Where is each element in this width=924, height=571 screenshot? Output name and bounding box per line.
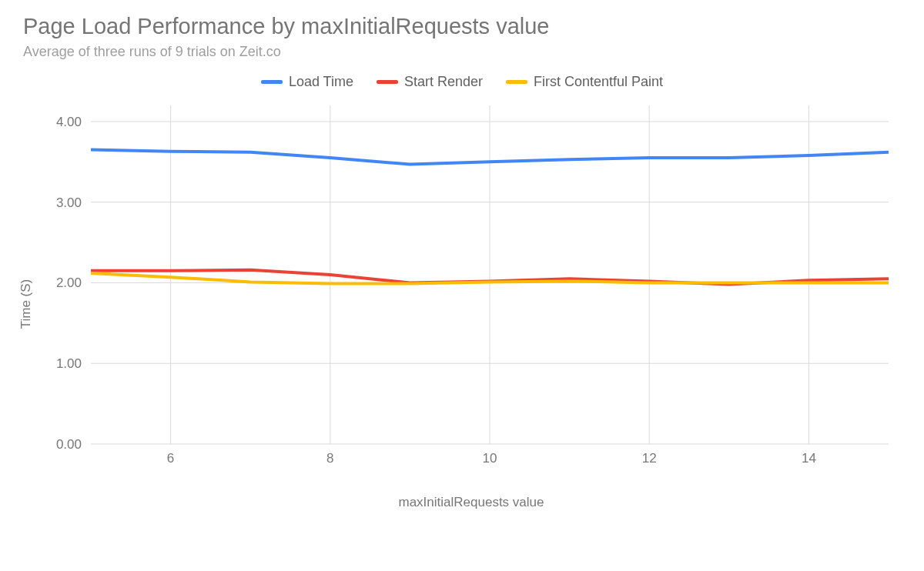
legend-label: First Contentful Paint (534, 74, 663, 90)
svg-text:4.00: 4.00 (56, 115, 82, 129)
svg-text:3.00: 3.00 (56, 195, 82, 210)
legend-item-start-render: Start Render (377, 74, 483, 90)
chart-svg: 0.001.002.003.004.0068101214 (42, 98, 896, 467)
legend-swatch (377, 80, 398, 84)
legend-item-first-contentful-paint: First Contentful Paint (506, 74, 663, 90)
svg-text:14: 14 (802, 451, 816, 466)
legend-swatch (506, 80, 527, 84)
legend: Load Time Start Render First Contentful … (23, 74, 901, 90)
chart-title: Page Load Performance by maxInitialReque… (23, 14, 901, 39)
legend-swatch (261, 80, 283, 84)
svg-text:6: 6 (167, 451, 174, 466)
y-axis-label: Time (S) (18, 279, 34, 329)
legend-label: Start Render (404, 74, 483, 90)
svg-text:10: 10 (483, 451, 497, 466)
svg-text:1.00: 1.00 (56, 356, 82, 371)
chart: Page Load Performance by maxInitialReque… (23, 14, 901, 510)
svg-text:0.00: 0.00 (56, 437, 82, 452)
x-axis-label: maxInitialRequests value (42, 495, 901, 510)
svg-text:2.00: 2.00 (56, 275, 82, 290)
svg-text:12: 12 (642, 451, 657, 466)
svg-text:8: 8 (326, 451, 333, 466)
legend-item-load-time: Load Time (261, 74, 353, 90)
chart-subtitle: Average of three runs of 9 trials on Zei… (23, 44, 901, 60)
plot-area: Time (S) 0.001.002.003.004.0068101214 ma… (42, 98, 901, 510)
legend-label: Load Time (289, 74, 353, 90)
